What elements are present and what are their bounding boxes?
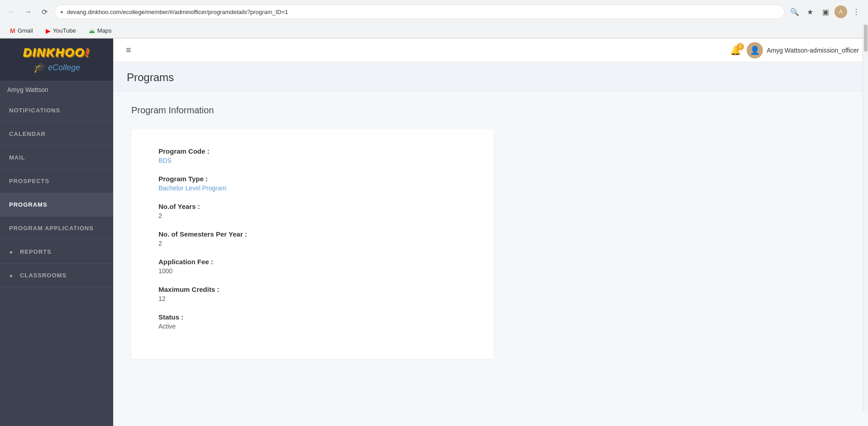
sidebar-item-reports[interactable]: ► REPORTS [0, 240, 113, 264]
tablet-button[interactable]: ▣ [819, 5, 832, 18]
sidebar-item-label: REPORTS [20, 248, 52, 255]
lock-icon: ● [60, 9, 63, 15]
program-type-label: Program Type : [158, 175, 466, 183]
section-title: Program Information [131, 105, 850, 116]
sidebar-item-calendar[interactable]: CALENDAR [0, 122, 113, 146]
graduation-cap-icon: 🎓 [33, 62, 45, 73]
header-right: 🔔 0 👤 Amyg Wattson-admission_officer [730, 42, 859, 58]
program-fee-value: 1000 [158, 267, 466, 275]
sidebar-logo: DINKHOO! 🎓 eCollege [0, 39, 113, 81]
bookmark-youtube[interactable]: ▶ YouTube [43, 26, 79, 35]
profile-avatar[interactable]: A [834, 5, 847, 18]
program-credits-label: Maximum Credits : [158, 286, 466, 293]
maps-icon: ⛰ [89, 27, 95, 34]
notification-badge: 0 [737, 43, 744, 50]
logo-main: DINKHOO! [23, 46, 90, 60]
forward-button[interactable]: → [22, 5, 34, 18]
user-info[interactable]: 👤 Amyg Wattson-admission_officer [747, 42, 859, 58]
main-header: ≡ 🔔 0 👤 Amyg Wattson-admission_officer [113, 39, 868, 62]
program-semesters-label: No. of Semesters Per Year : [158, 230, 466, 238]
chevron-right-icon: ► [9, 249, 14, 255]
browser-chrome: ← → ⟳ ● devang.dinkhoo.com/ecollege/memb… [0, 0, 868, 39]
program-semesters-value: 2 [158, 240, 466, 247]
program-type-value: Bachelor Level Program [158, 184, 466, 192]
sidebar-item-label: CALENDAR [9, 131, 46, 137]
browser-scrollbar[interactable] [863, 24, 868, 411]
sidebar-nav: NOTIFICATIONS CALENDAR MAIL PROSPECTS PR… [0, 99, 113, 426]
program-type-field: Program Type : Bachelor Level Program [158, 175, 466, 192]
sidebar-item-label: PROGRAM APPLICATIONS [9, 225, 94, 232]
bookmark-gmail[interactable]: M Gmail [7, 26, 36, 35]
program-fee-field: Application Fee : 1000 [158, 258, 466, 275]
browser-toolbar: ← → ⟳ ● devang.dinkhoo.com/ecollege/memb… [0, 0, 868, 24]
program-years-value: 2 [158, 212, 466, 219]
url-text: devang.dinkhoo.com/ecollege/member/#/adm… [67, 9, 779, 15]
address-bar[interactable]: ● devang.dinkhoo.com/ecollege/member/#/a… [54, 5, 785, 19]
sidebar-item-notifications[interactable]: NOTIFICATIONS [0, 99, 113, 122]
program-info-card: Program Code : BDS Program Type : Bachel… [131, 129, 494, 359]
gmail-label: Gmail [18, 27, 33, 34]
sidebar-item-classrooms[interactable]: ► CLASSROOMS [0, 264, 113, 287]
bookmarks-bar: M Gmail ▶ YouTube ⛰ Maps [0, 24, 868, 38]
gmail-icon: M [10, 27, 15, 34]
sidebar-item-label: PROSPECTS [9, 178, 49, 184]
logo-sub: 🎓 eCollege [33, 62, 80, 73]
sidebar-item-program-applications[interactable]: PROGRAM APPLICATIONS [0, 217, 113, 240]
sidebar: DINKHOO! 🎓 eCollege Amyg Wattson NOTIFIC… [0, 39, 113, 426]
bookmark-maps[interactable]: ⛰ Maps [86, 26, 115, 35]
program-years-field: No.of Years : 2 [158, 203, 466, 219]
program-fee-label: Application Fee : [158, 258, 466, 266]
sidebar-item-label: NOTIFICATIONS [9, 107, 60, 114]
chevron-right-icon: ► [9, 273, 14, 278]
page-title-bar: Programs [113, 62, 868, 92]
program-status-field: Status : Active [158, 313, 466, 330]
sidebar-item-label: CLASSROOMS [20, 272, 67, 279]
avatar-image: 👤 [750, 45, 760, 55]
bookmark-button[interactable]: ★ [804, 5, 816, 18]
content-area: Program Information Program Code : BDS P… [113, 92, 868, 426]
maps-label: Maps [97, 27, 112, 34]
sidebar-user: Amyg Wattson [0, 81, 113, 99]
program-code-field: Program Code : BDS [158, 147, 466, 164]
sidebar-item-label: PROGRAMS [9, 201, 48, 208]
program-code-label: Program Code : [158, 147, 466, 155]
sidebar-item-prospects[interactable]: PROSPECTS [0, 169, 113, 193]
program-code-value: BDS [158, 157, 466, 164]
program-status-label: Status : [158, 313, 466, 321]
program-credits-value: 12 [158, 295, 466, 302]
menu-button[interactable]: ⋮ [850, 5, 863, 18]
sidebar-username: Amyg Wattson [7, 86, 48, 93]
menu-toggle-button[interactable]: ≡ [122, 43, 135, 57]
sidebar-item-label: MAIL [9, 154, 25, 161]
back-button[interactable]: ← [5, 5, 18, 18]
app-container: DINKHOO! 🎓 eCollege Amyg Wattson NOTIFIC… [0, 39, 868, 426]
ecollege-label: eCollege [48, 63, 80, 73]
page-title: Programs [127, 71, 854, 84]
search-button[interactable]: 🔍 [788, 5, 801, 18]
main-content: ≡ 🔔 0 👤 Amyg Wattson-admission_officer P… [113, 39, 868, 426]
sidebar-item-programs[interactable]: PROGRAMS [0, 193, 113, 217]
program-semesters-field: No. of Semesters Per Year : 2 [158, 230, 466, 247]
notification-bell[interactable]: 🔔 0 [730, 45, 741, 56]
scrollbar-thumb [864, 24, 868, 52]
user-display-name: Amyg Wattson-admission_officer [767, 47, 859, 54]
user-avatar: 👤 [747, 42, 763, 58]
program-years-label: No.of Years : [158, 203, 466, 210]
program-credits-field: Maximum Credits : 12 [158, 286, 466, 302]
youtube-icon: ▶ [46, 27, 51, 34]
reload-button[interactable]: ⟳ [38, 5, 51, 18]
logo-exclaim: ! [85, 46, 90, 59]
sidebar-item-mail[interactable]: MAIL [0, 146, 113, 169]
youtube-label: YouTube [53, 27, 76, 34]
program-status-value: Active [158, 323, 466, 330]
browser-actions: 🔍 ★ ▣ A ⋮ [788, 5, 863, 18]
